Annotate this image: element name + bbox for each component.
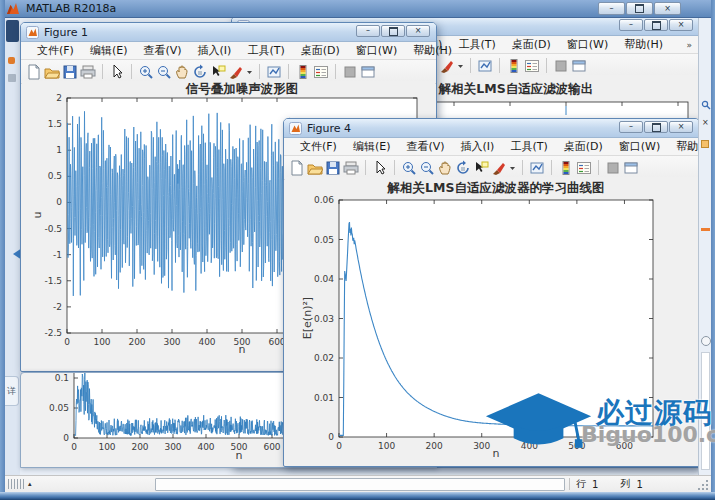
svg-text:-1: -1 xyxy=(53,250,62,260)
bg-window-controls: –× xyxy=(619,19,693,31)
zoom-in-icon[interactable] xyxy=(138,64,154,80)
dock-win-icon[interactable] xyxy=(623,160,639,176)
menu-item[interactable]: 查看(V) xyxy=(398,138,452,155)
zoom-in-icon[interactable] xyxy=(401,160,417,176)
figure4-window[interactable]: Figure 4 –× 文件(F)编辑(E)查看(V)插入(I)工具(T)桌面(… xyxy=(283,118,700,467)
maximize-button[interactable] xyxy=(644,121,668,133)
colorbar-icon[interactable] xyxy=(558,160,574,176)
statusbar-caret-icon[interactable]: ▴ xyxy=(28,480,32,488)
svg-text:100: 100 xyxy=(378,441,395,451)
menu-item[interactable]: 查看(V) xyxy=(135,42,189,59)
brush-icon[interactable] xyxy=(439,58,455,74)
svg-text:E[e(n)²]: E[e(n)²] xyxy=(301,297,314,339)
menu-item[interactable]: 插入(I) xyxy=(190,42,240,59)
menu-item[interactable]: 帮助(H) xyxy=(405,42,460,59)
menu-item[interactable]: 窗口(W) xyxy=(348,42,405,59)
menu-item[interactable]: 窗口(W) xyxy=(559,36,616,53)
caret-icon[interactable] xyxy=(457,58,464,74)
cursor-icon[interactable] xyxy=(109,64,125,80)
warning-marker-icon[interactable] xyxy=(701,140,709,148)
brush-icon[interactable] xyxy=(228,64,244,80)
link-plot-icon[interactable] xyxy=(266,64,282,80)
menu-item[interactable]: 编辑(E) xyxy=(82,42,136,59)
menu-item[interactable]: 工具(T) xyxy=(239,42,292,59)
colorbar-icon[interactable] xyxy=(295,64,311,80)
close-button[interactable]: × xyxy=(669,121,693,133)
left-panel-tab[interactable]: 详 xyxy=(5,376,19,406)
dock-sq-icon[interactable] xyxy=(342,64,358,80)
pan-icon[interactable] xyxy=(174,64,190,80)
left-panel-icon xyxy=(6,20,19,42)
pan-icon[interactable] xyxy=(437,160,453,176)
desktop-left-strip: 详 xyxy=(5,18,20,475)
caret-icon[interactable] xyxy=(509,160,516,176)
figure4-titlebar[interactable]: Figure 4 –× xyxy=(284,119,699,138)
maximize-button[interactable] xyxy=(626,2,653,15)
brush-icon[interactable] xyxy=(491,160,507,176)
close-button[interactable]: × xyxy=(654,2,681,15)
menu-item[interactable]: 桌面(D) xyxy=(293,42,348,59)
cursor-icon[interactable] xyxy=(372,160,388,176)
maximize-button[interactable] xyxy=(644,19,668,31)
close-button[interactable]: × xyxy=(669,19,693,31)
scrollbar-marker[interactable] xyxy=(701,228,710,231)
maximize-button[interactable] xyxy=(381,25,405,37)
print-icon[interactable] xyxy=(343,160,359,176)
menu-item[interactable]: 工具(T) xyxy=(502,138,555,155)
new-doc-icon[interactable] xyxy=(26,64,42,80)
resize-grip[interactable] xyxy=(698,479,709,490)
minimize-button[interactable]: – xyxy=(356,25,380,37)
link-plot-icon[interactable] xyxy=(529,160,545,176)
caret-icon[interactable] xyxy=(246,64,253,80)
scroll-indicator-icon[interactable] xyxy=(701,336,711,346)
menu-overflow-icon[interactable]: » xyxy=(686,142,692,152)
menu-overflow-icon[interactable]: » xyxy=(686,40,692,50)
minimize-button[interactable]: – xyxy=(619,121,643,133)
new-doc-icon[interactable] xyxy=(289,160,305,176)
save-icon[interactable] xyxy=(325,160,341,176)
legend-icon[interactable] xyxy=(524,58,540,74)
link-plot-icon[interactable] xyxy=(477,58,493,74)
zoom-out-icon[interactable] xyxy=(419,160,435,176)
close-icon[interactable]: × xyxy=(702,118,709,127)
minimize-button[interactable]: – xyxy=(619,19,643,31)
zoom-out-icon[interactable] xyxy=(156,64,172,80)
menu-item[interactable]: 文件(F) xyxy=(29,42,82,59)
data-cursor-icon[interactable] xyxy=(473,160,489,176)
rotate-3d-icon[interactable] xyxy=(192,64,208,80)
legend-icon[interactable] xyxy=(313,64,329,80)
statusbar-grip[interactable] xyxy=(8,479,24,489)
close-button[interactable]: × xyxy=(406,25,430,37)
dock-win-icon[interactable] xyxy=(571,58,587,74)
svg-text:信号叠加噪声波形图: 信号叠加噪声波形图 xyxy=(185,81,299,96)
svg-text:-1.5: -1.5 xyxy=(44,276,62,286)
data-cursor-icon[interactable] xyxy=(210,64,226,80)
minimize-button[interactable]: – xyxy=(598,2,625,15)
print-icon[interactable] xyxy=(80,64,96,80)
menu-item[interactable]: 帮助(H) xyxy=(616,36,671,53)
open-folder-icon[interactable] xyxy=(307,160,323,176)
legend-icon[interactable] xyxy=(576,160,592,176)
main-window-titlebar[interactable]: MATLAB R2018a –× xyxy=(0,0,715,18)
menu-item[interactable]: 插入(I) xyxy=(453,138,503,155)
open-folder-icon[interactable] xyxy=(44,64,60,80)
menu-item[interactable]: 文件(F) xyxy=(292,138,345,155)
menu-item[interactable]: 编辑(E) xyxy=(345,138,399,155)
dock-sq-icon[interactable] xyxy=(553,58,569,74)
menu-item[interactable]: 窗口(W) xyxy=(611,138,668,155)
dock-win-icon[interactable] xyxy=(360,64,376,80)
left-folder-icon xyxy=(8,57,15,64)
menu-item[interactable]: 桌面(D) xyxy=(504,36,559,53)
dock-sq-icon[interactable] xyxy=(605,160,621,176)
menu-overflow-icon[interactable]: » xyxy=(423,46,429,56)
colorbar-icon[interactable] xyxy=(506,58,522,74)
figure1-titlebar[interactable]: Figure 1 –× xyxy=(21,23,436,42)
svg-text:0: 0 xyxy=(71,442,77,452)
menu-item[interactable]: 桌面(D) xyxy=(556,138,611,155)
svg-text:0.06: 0.06 xyxy=(314,195,334,205)
editor-scroll-strip[interactable]: × xyxy=(698,18,711,475)
search-icon[interactable] xyxy=(701,100,711,110)
rotate-3d-icon[interactable] xyxy=(455,160,471,176)
save-icon[interactable] xyxy=(62,64,78,80)
svg-text:u: u xyxy=(31,212,44,219)
